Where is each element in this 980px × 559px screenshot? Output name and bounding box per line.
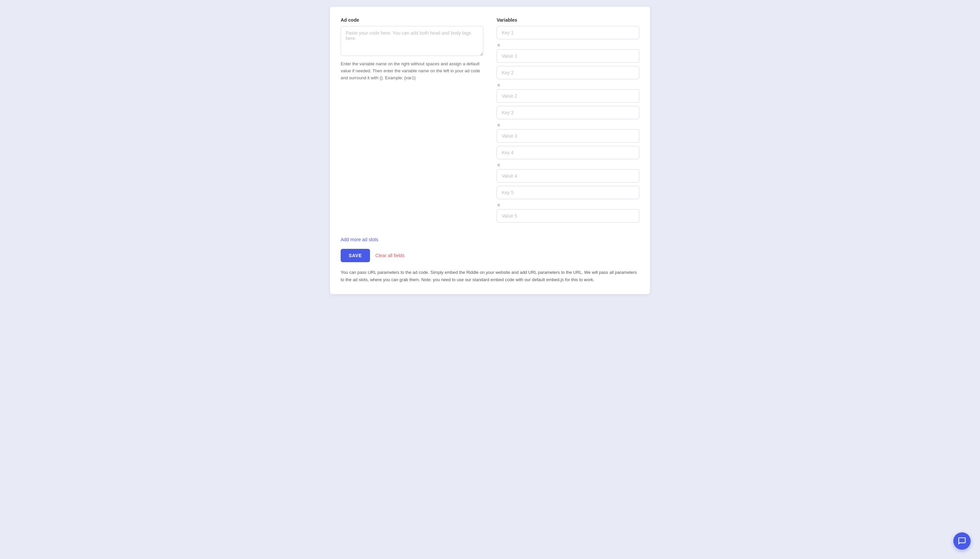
ad-code-section: Ad code Enter the variable name on the r…	[341, 17, 483, 81]
variables-section: Variables = = = =	[497, 17, 639, 226]
footer-section: Add more ad slots SAVE Clear all fields …	[341, 237, 639, 283]
variable-pair-3: =	[497, 106, 639, 145]
equals-sign-1: =	[497, 43, 639, 48]
variable-pair-2: =	[497, 66, 639, 104]
main-container: Ad code Enter the variable name on the r…	[330, 7, 650, 294]
clear-all-fields-link[interactable]: Clear all fields	[375, 253, 405, 258]
info-text: You can pass URL parameters to the ad co…	[341, 269, 639, 283]
value-input-2[interactable]	[497, 89, 639, 103]
value-input-1[interactable]	[497, 49, 639, 63]
equals-sign-2: =	[497, 83, 639, 88]
key-input-4[interactable]	[497, 146, 639, 159]
key-input-1[interactable]	[497, 26, 639, 39]
key-input-5[interactable]	[497, 186, 639, 199]
save-button[interactable]: SAVE	[341, 249, 370, 262]
actions-row: SAVE Clear all fields	[341, 249, 639, 262]
variable-pair-1: =	[497, 26, 639, 64]
equals-sign-3: =	[497, 122, 639, 128]
ad-code-label: Ad code	[341, 17, 483, 23]
variable-pair-4: =	[497, 146, 639, 185]
value-input-5[interactable]	[497, 209, 639, 223]
key-input-2[interactable]	[497, 66, 639, 79]
variables-label: Variables	[497, 17, 639, 23]
equals-sign-5: =	[497, 203, 639, 208]
form-layout: Ad code Enter the variable name on the r…	[341, 17, 639, 226]
chat-icon	[958, 537, 966, 545]
variable-pair-5: =	[497, 186, 639, 225]
ad-code-textarea[interactable]	[341, 26, 483, 56]
value-input-4[interactable]	[497, 169, 639, 182]
chat-button[interactable]	[953, 533, 971, 550]
ad-code-hint: Enter the variable name on the right wit…	[341, 61, 483, 81]
add-more-ad-slots-link[interactable]: Add more ad slots	[341, 237, 378, 242]
key-input-3[interactable]	[497, 106, 639, 119]
value-input-3[interactable]	[497, 129, 639, 142]
equals-sign-4: =	[497, 162, 639, 168]
